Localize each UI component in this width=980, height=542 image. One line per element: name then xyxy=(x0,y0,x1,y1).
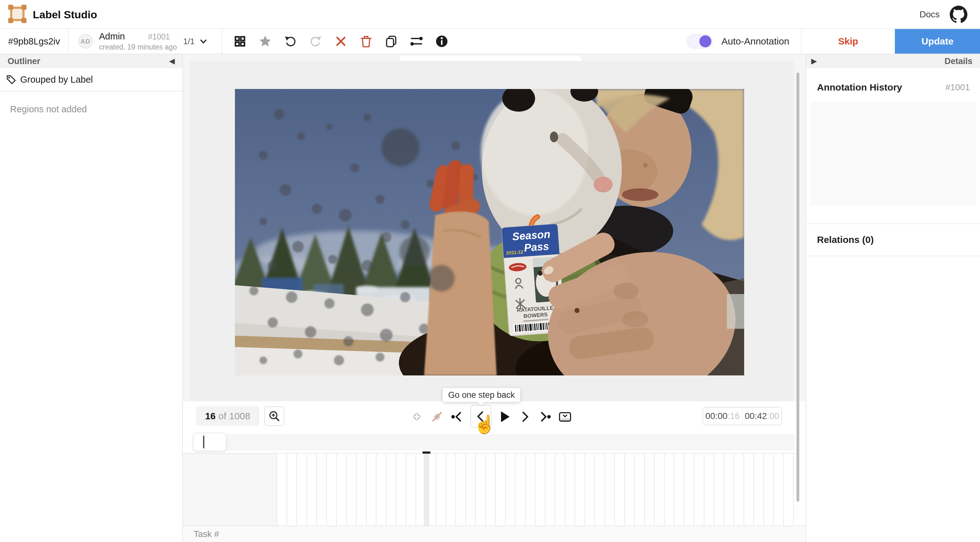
annotator-name: Admin xyxy=(99,31,125,41)
pager-count: 1/1 xyxy=(183,37,194,46)
annotation-history-id: #1001 xyxy=(945,82,970,92)
video-frame[interactable]: Season Pass 2011-12 RATATOUILLE BOWERS xyxy=(235,89,744,375)
tooltip: Go one step back xyxy=(443,388,520,402)
add-keypoint-icon[interactable] xyxy=(410,408,424,426)
remove-keypoint-icon[interactable] xyxy=(430,408,444,426)
undo-icon[interactable] xyxy=(283,34,298,49)
annotation-id: #1001 xyxy=(148,32,170,41)
zoom-in-button[interactable] xyxy=(264,406,285,426)
auto-annotation-toggle[interactable] xyxy=(687,34,713,49)
next-keypoint-button[interactable] xyxy=(538,408,552,426)
app-title: Label Studio xyxy=(33,0,97,29)
group-by-label-text: Grouped by Label xyxy=(20,75,93,85)
total-time-frames: :00 xyxy=(767,411,779,421)
auto-annotation-control: Auto-Annotation xyxy=(687,29,789,54)
reset-cross-icon[interactable] xyxy=(334,34,348,49)
grid-view-icon[interactable] xyxy=(233,34,247,49)
docs-link[interactable]: Docs xyxy=(920,0,940,29)
annotation-created: created, 19 minutes ago xyxy=(99,43,170,51)
redo-icon[interactable] xyxy=(309,34,323,49)
magnifier-plus-icon xyxy=(268,410,281,422)
timeline-playhead[interactable] xyxy=(424,454,429,532)
playback-controls xyxy=(410,406,574,427)
timeline-frame-grid[interactable] xyxy=(277,454,799,532)
details-title: Details xyxy=(944,56,972,66)
frame-counter-input[interactable]: 16 of 1008 xyxy=(196,406,259,426)
outliner-panel: Outliner ◀ Grouped by Label Regions not … xyxy=(0,54,183,542)
previous-keypoint-button[interactable] xyxy=(450,408,464,426)
top-bar: Label Studio Docs xyxy=(0,0,980,29)
step-forward-button[interactable] xyxy=(518,408,531,426)
info-icon[interactable] xyxy=(434,34,449,49)
annotation-history-list xyxy=(810,102,976,206)
timeline-minimap-track[interactable] xyxy=(193,434,795,451)
collapse-left-icon[interactable]: ◀ xyxy=(169,57,175,65)
outliner-title: Outliner xyxy=(8,56,40,66)
github-icon[interactable] xyxy=(950,6,967,23)
badge-pass-text: Pass xyxy=(524,240,550,253)
label-studio-app: Label Studio Docs #9pb8Lgs2iv AD Admin #… xyxy=(0,0,980,542)
group-by-label-selector[interactable]: Grouped by Label xyxy=(0,68,182,91)
frame-current: 16 xyxy=(205,411,215,421)
task-id: #9pb8Lgs2iv xyxy=(0,29,69,54)
task-number-label: Task # xyxy=(194,529,219,539)
annotation-pager[interactable]: 1/1 xyxy=(183,37,208,46)
current-time-frames: :16 xyxy=(727,411,740,421)
current-time-main: 00:00 xyxy=(705,411,727,421)
skip-button[interactable]: Skip xyxy=(801,29,895,54)
vertical-scrollbar[interactable] xyxy=(797,73,799,502)
timeline-footer: Task # xyxy=(183,526,806,542)
collapse-right-icon[interactable]: ▶ xyxy=(811,57,817,65)
regions-empty-message: Regions not added xyxy=(10,104,182,115)
annotation-actions-toolbar xyxy=(222,29,449,54)
relations-section[interactable]: Relations (0) xyxy=(806,223,980,256)
chevron-down-icon xyxy=(199,38,208,45)
timeline-minimap-handle[interactable] xyxy=(193,433,226,451)
step-back-button[interactable] xyxy=(471,405,491,428)
total-time: 00:42:00 xyxy=(743,408,781,425)
frame-total: 1008 xyxy=(229,411,250,421)
update-button[interactable]: Update xyxy=(895,29,980,54)
annotation-history-title: Annotation History xyxy=(817,82,902,93)
details-panel: ▶ Details Annotation History #1001 Relat… xyxy=(806,54,980,542)
timeline-left-gutter xyxy=(183,454,277,532)
annotation-history-header[interactable]: Annotation History #1001 xyxy=(817,82,970,93)
frames-panel-toggle-icon[interactable] xyxy=(558,408,572,426)
total-time-main: 00:42 xyxy=(745,411,767,421)
annotation-meta: AD Admin #1001 created, 19 minutes ago 1… xyxy=(69,29,222,54)
current-time: 00:00:16 xyxy=(703,408,742,425)
ground-truth-star-icon[interactable] xyxy=(258,34,272,49)
frame-of: of xyxy=(218,411,226,421)
relations-settings-icon[interactable] xyxy=(409,34,424,49)
copy-duplicate-icon[interactable] xyxy=(384,34,399,49)
tag-icon xyxy=(6,74,16,85)
timeline-playhead-cap[interactable] xyxy=(423,451,430,454)
label-studio-logo-icon xyxy=(8,5,27,23)
avatar: AD xyxy=(78,34,93,49)
delete-trash-icon[interactable] xyxy=(359,34,373,49)
auto-annotation-label: Auto-Annotation xyxy=(721,36,789,47)
play-button[interactable] xyxy=(498,408,511,426)
time-display: 00:00:16 00:42:00 xyxy=(703,407,782,425)
